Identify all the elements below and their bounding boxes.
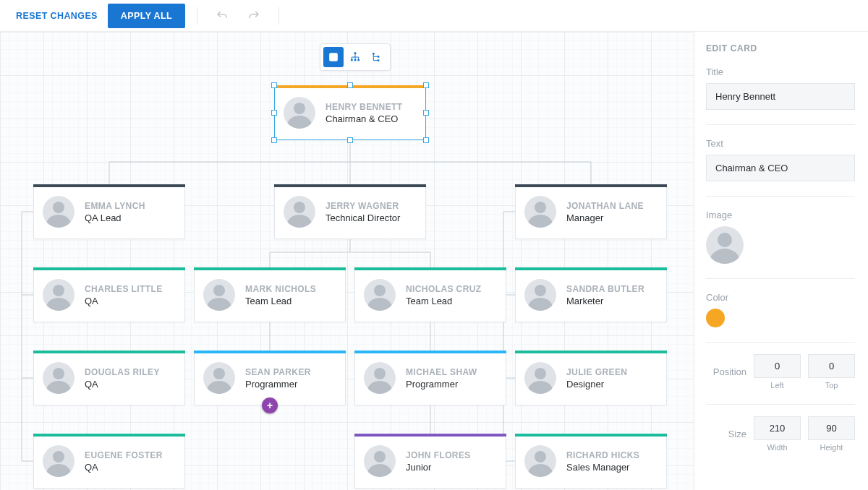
text-input[interactable] [706, 155, 855, 181]
org-card-ceo[interactable]: HENRY BENNETTChairman & CEO [274, 85, 426, 140]
svg-rect-29 [378, 59, 380, 61]
svg-rect-24 [351, 59, 353, 61]
card-role: Sales Manager [566, 462, 639, 473]
card-name: MICHAEL SHAW [406, 367, 477, 377]
avatar [203, 279, 235, 311]
card-role: QA Lead [85, 212, 145, 223]
card-role: Marketer [566, 296, 644, 306]
card-stripe [515, 434, 667, 437]
size-width-input[interactable]: 210 [754, 416, 801, 440]
divider [706, 278, 855, 279]
org-card-mike[interactable]: MICHAEL SHAWProgrammer [354, 351, 506, 405]
org-card-sandra[interactable]: SANDRA BUTLERMarketer [515, 267, 667, 322]
card-stripe [354, 434, 506, 437]
card-role: Chairman & CEO [326, 113, 403, 124]
org-chart-canvas[interactable]: HENRY BENNETTChairman & CEOEMMA LYNCHQA … [0, 32, 694, 490]
resize-handle-lm[interactable] [271, 110, 277, 116]
card-name: MARK NICHOLS [245, 284, 316, 294]
card-name: JERRY WAGNER [326, 201, 400, 211]
position-left-input[interactable]: 0 [754, 354, 801, 378]
org-card-charles[interactable]: CHARLES LITTLEQA [33, 267, 185, 322]
avatar [284, 196, 315, 228]
card-name: HENRY BENNETT [326, 102, 403, 112]
position-left-sublabel: Left [754, 381, 801, 390]
side-layout-icon[interactable] [367, 47, 387, 67]
position-label: Position [706, 366, 746, 377]
svg-rect-27 [373, 53, 375, 55]
avatar [524, 196, 556, 228]
org-card-eugene[interactable]: EUGENE FOSTERQA [33, 434, 185, 489]
card-name: DOUGLAS RILEY [85, 367, 160, 377]
resize-handle-bl[interactable] [271, 137, 277, 143]
avatar [43, 362, 75, 394]
apply-all-button[interactable]: APPLY ALL [108, 4, 185, 28]
position-top-sublabel: Top [808, 381, 855, 390]
resize-handle-tl[interactable] [271, 82, 277, 88]
resize-handle-bm[interactable] [347, 137, 353, 143]
card-stripe [194, 351, 346, 353]
card-stripe [33, 434, 185, 437]
card-stripe [515, 184, 667, 187]
undo-icon[interactable] [209, 3, 235, 29]
card-name: CHARLES LITTLE [85, 284, 163, 294]
svg-rect-26 [357, 59, 359, 61]
resize-handle-rm[interactable] [423, 110, 429, 116]
resize-handle-tr[interactable] [423, 82, 429, 88]
card-role: Junior [406, 462, 471, 473]
org-card-jerry[interactable]: JERRY WAGNERTechnical Director [274, 184, 426, 239]
node-mini-toolbar [320, 43, 391, 71]
top-toolbar: RESET CHANGES APPLY ALL [0, 0, 868, 32]
org-card-julie[interactable]: JULIE GREENDesigner [515, 351, 667, 405]
card-role: Technical Director [326, 212, 400, 223]
card-role: QA [85, 379, 160, 390]
card-name: RICHARD HICKS [566, 450, 639, 460]
svg-rect-28 [378, 56, 380, 58]
position-top-input[interactable]: 0 [808, 354, 855, 378]
org-card-jon[interactable]: JONATHAN LANEManager [515, 184, 667, 239]
add-child-fab[interactable]: + [262, 397, 278, 413]
toolbar-separator [278, 7, 279, 25]
card-name: EMMA LYNCH [85, 201, 145, 211]
title-input[interactable] [706, 83, 855, 110]
svg-rect-25 [354, 59, 357, 61]
title-label: Title [706, 66, 855, 77]
image-label: Image [706, 210, 855, 220]
redo-icon[interactable] [241, 3, 267, 29]
color-swatch[interactable] [706, 309, 725, 327]
size-height-input[interactable]: 90 [808, 416, 855, 440]
size-width-sublabel: Width [754, 443, 801, 452]
card-stripe [33, 267, 185, 270]
card-stripe [33, 184, 185, 187]
card-stripe [515, 267, 667, 270]
org-card-richard[interactable]: RICHARD HICKSSales Manager [515, 434, 667, 489]
org-card-doug[interactable]: DOUGLAS RILEYQA [33, 351, 185, 405]
color-label: Color [706, 292, 855, 303]
toolbar-separator [197, 7, 197, 25]
avatar [524, 279, 556, 311]
resize-handle-br[interactable] [423, 137, 429, 143]
org-card-john[interactable]: JOHN FLORESJunior [354, 434, 506, 489]
card-stripe [354, 267, 506, 270]
panel-header: EDIT CARD [706, 43, 855, 53]
org-card-mark[interactable]: MARK NICHOLSTeam Lead [194, 267, 346, 322]
card-role: Manager [566, 212, 644, 223]
card-stripe [354, 351, 506, 353]
avatar [203, 362, 235, 394]
card-role: Designer [566, 379, 627, 390]
card-stripe [515, 351, 667, 353]
reset-changes-button[interactable]: RESET CHANGES [12, 5, 102, 27]
svg-rect-23 [354, 52, 357, 54]
card-role: QA [85, 296, 163, 306]
add-child-icon[interactable] [323, 47, 344, 67]
card-role: Team Lead [406, 296, 482, 306]
size-height-sublabel: Height [808, 443, 855, 452]
org-card-emma[interactable]: EMMA LYNCHQA Lead [33, 184, 185, 239]
resize-handle-tm[interactable] [347, 82, 353, 88]
card-name: SANDRA BUTLER [566, 284, 644, 294]
org-card-nick[interactable]: NICHOLAS CRUZTeam Lead [354, 267, 506, 322]
card-role: Team Lead [245, 296, 316, 306]
image-picker[interactable] [706, 226, 744, 264]
divider [706, 196, 855, 197]
card-stripe [33, 351, 185, 353]
tree-layout-icon[interactable] [345, 47, 365, 67]
